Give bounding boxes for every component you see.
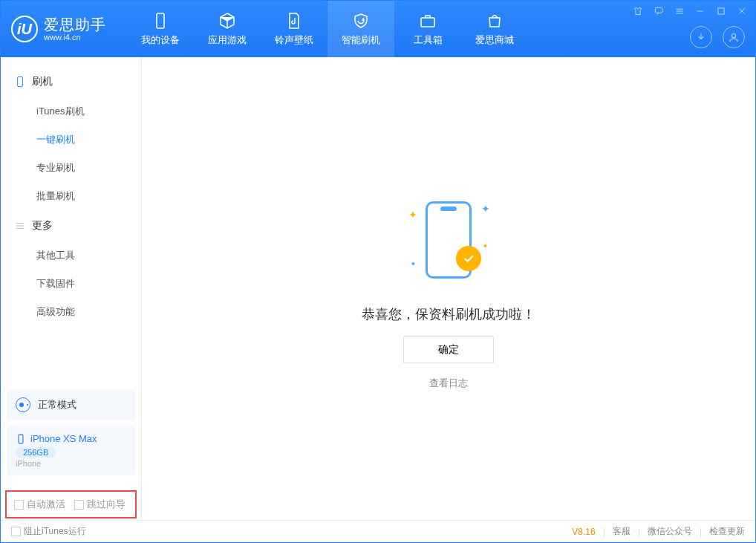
minimize-icon[interactable] — [694, 5, 706, 17]
mode-label: 正常模式 — [38, 398, 76, 412]
svg-point-2 — [731, 33, 735, 37]
sparkle-icon: • — [483, 240, 487, 252]
sidebar-item-download-firmware[interactable]: 下载固件 — [1, 270, 141, 298]
sidebar-group-more: 更多 — [1, 210, 141, 241]
checkbox-label: 自动激活 — [27, 498, 65, 511]
nav-label: 铃声壁纸 — [275, 33, 313, 47]
briefcase-icon — [418, 11, 437, 30]
nav-label: 我的设备 — [141, 33, 180, 47]
maximize-icon[interactable] — [715, 5, 727, 17]
svg-rect-5 — [18, 77, 23, 86]
nav-tabs: 我的设备 应用游戏 铃声壁纸 智能刷机 工具箱 爱思商城 — [127, 1, 528, 57]
footer: 阻止iTunes运行 V8.16 | 客服 | 微信公众号 | 检查更新 — [1, 520, 755, 542]
sparkle-icon: ✦ — [408, 209, 417, 221]
nav-apps[interactable]: 应用游戏 — [194, 1, 261, 57]
wechat-link[interactable]: 微信公众号 — [648, 525, 692, 538]
sidebar-item-advanced[interactable]: 高级功能 — [1, 298, 141, 326]
success-illustration: ✦ ✦ • • — [397, 188, 501, 292]
version-label: V8.16 — [572, 527, 595, 537]
check-badge-icon — [456, 246, 481, 271]
sidebar-group-flash: 刷机 — [1, 66, 141, 97]
close-icon[interactable] — [736, 5, 748, 17]
svg-rect-1 — [421, 18, 434, 27]
sparkle-icon: • — [411, 258, 415, 270]
sidebar-item-itunes-flash[interactable]: iTunes刷机 — [1, 97, 141, 126]
music-file-icon — [284, 11, 304, 30]
checkbox-label: 阻止iTunes运行 — [24, 525, 86, 538]
svg-rect-6 — [19, 435, 23, 443]
checkbox-icon — [74, 500, 84, 510]
menu-icon[interactable] — [674, 5, 685, 17]
sidebar-item-batch-flash[interactable]: 批量刷机 — [1, 182, 141, 210]
download-button[interactable] — [690, 26, 712, 48]
nav-ringtones[interactable]: 铃声壁纸 — [261, 1, 328, 57]
success-message: 恭喜您，保资料刷机成功啦！ — [362, 305, 535, 323]
main-content: ✦ ✦ • • 恭喜您，保资料刷机成功啦！ 确定 查看日志 — [142, 57, 755, 520]
device-type: iPhone — [16, 459, 126, 468]
phone-outline-icon — [14, 76, 26, 88]
nav-toolbox[interactable]: 工具箱 — [394, 1, 461, 57]
bag-icon — [485, 11, 504, 30]
checkbox-icon — [14, 500, 24, 510]
nav-label: 工具箱 — [414, 33, 443, 47]
check-update-link[interactable]: 检查更新 — [709, 525, 745, 538]
list-icon — [14, 220, 26, 232]
refresh-shield-icon — [351, 11, 371, 30]
checkbox-auto-activate[interactable]: 自动激活 — [14, 498, 65, 511]
sparkle-icon: ✦ — [481, 203, 490, 215]
ok-button[interactable]: 确定 — [403, 336, 494, 363]
nav-label: 应用游戏 — [208, 33, 247, 47]
logo[interactable]: iU 爱思助手 www.i4.cn — [11, 16, 106, 42]
sidebar-group-label: 刷机 — [32, 75, 53, 88]
mode-icon — [16, 397, 30, 412]
logo-icon: iU — [11, 16, 38, 42]
tshirt-icon[interactable] — [632, 5, 644, 17]
checkbox-block-itunes[interactable]: 阻止iTunes运行 — [11, 525, 86, 538]
device-card[interactable]: iPhone XS Max 256GB iPhone — [7, 426, 135, 475]
nav-my-device[interactable]: 我的设备 — [127, 1, 194, 57]
checkbox-icon — [11, 527, 21, 536]
cube-icon — [218, 11, 237, 30]
sidebar-group-label: 更多 — [32, 219, 53, 233]
checkbox-skip-guide[interactable]: 跳过向导 — [74, 498, 126, 511]
support-link[interactable]: 客服 — [613, 525, 630, 538]
svg-rect-4 — [718, 8, 724, 14]
sidebar-item-pro-flash[interactable]: 专业刷机 — [1, 154, 141, 182]
sidebar-item-oneclick-flash[interactable]: 一键刷机 — [1, 126, 141, 154]
app-url: www.i4.cn — [44, 33, 106, 42]
view-log-link[interactable]: 查看日志 — [429, 377, 468, 390]
sidebar-item-other-tools[interactable]: 其他工具 — [1, 241, 141, 270]
nav-label: 智能刷机 — [342, 33, 380, 47]
sidebar: 刷机 iTunes刷机 一键刷机 专业刷机 批量刷机 更多 其他工具 下载固件 … — [1, 57, 142, 520]
nav-flash[interactable]: 智能刷机 — [328, 1, 394, 57]
app-name: 爱思助手 — [44, 16, 106, 33]
device-phone-icon — [16, 434, 26, 444]
svg-rect-3 — [655, 7, 662, 13]
feedback-icon[interactable] — [653, 5, 665, 17]
device-name: iPhone XS Max — [30, 433, 97, 444]
nav-label: 爱思商城 — [475, 33, 514, 47]
svg-rect-0 — [157, 13, 164, 28]
mode-card[interactable]: 正常模式 — [7, 390, 135, 420]
user-button[interactable] — [723, 26, 745, 48]
nav-store[interactable]: 爱思商城 — [461, 1, 528, 57]
checkbox-label: 跳过向导 — [87, 498, 126, 511]
device-capacity: 256GB — [16, 447, 56, 458]
phone-icon — [151, 11, 170, 30]
options-row: 自动激活 跳过向导 — [5, 490, 137, 518]
header: iU 爱思助手 www.i4.cn 我的设备 应用游戏 铃声壁纸 智能刷机 工具… — [1, 1, 755, 57]
